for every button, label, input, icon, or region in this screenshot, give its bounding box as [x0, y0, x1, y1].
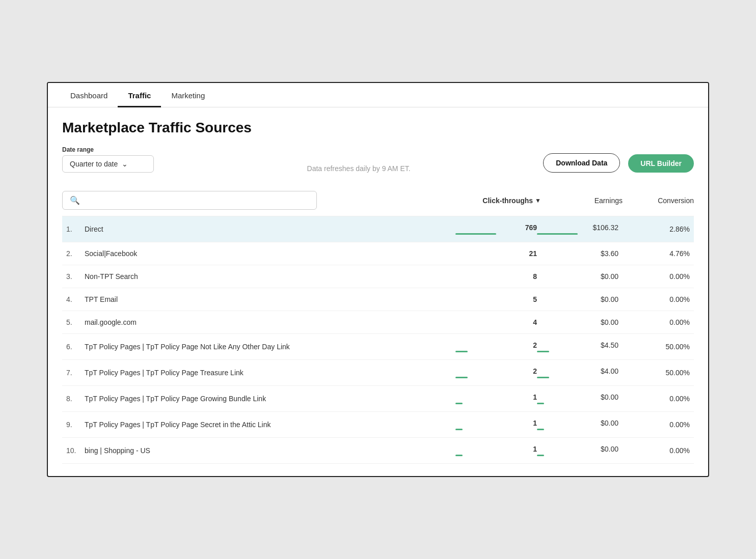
bar-indicator	[537, 377, 549, 378]
table-row: 8. TpT Policy Pages | TpT Policy Page Gr…	[62, 386, 694, 412]
table-row: 7. TpT Policy Pages | TpT Policy Page Tr…	[62, 360, 694, 386]
row-rank: 9.	[66, 421, 85, 429]
row-conversion: 0.00%	[618, 272, 690, 281]
page-title: Marketplace Traffic Sources	[62, 120, 694, 136]
row-clickthroughs: 1	[455, 419, 537, 430]
row-earnings: $4.50	[537, 341, 618, 352]
bar-indicator	[455, 455, 463, 456]
row-earnings: $0.00	[537, 445, 618, 456]
row-rank: 1.	[66, 225, 85, 233]
row-name: TpT Policy Pages | TpT Policy Page Secre…	[85, 421, 455, 429]
row-name: TpT Policy Pages | TpT Policy Page Growi…	[85, 395, 455, 403]
table-rows: 1. Direct 769 $106.32 2.86% 2. Social|Fa…	[62, 216, 694, 464]
row-name: TPT Email	[85, 295, 455, 303]
table-row: 4. TPT Email 5 $0.00 0.00%	[62, 288, 694, 311]
row-rank: 3.	[66, 272, 85, 281]
col-header-clickthroughs[interactable]: Click-throughs ▼	[460, 197, 541, 205]
date-range-group: Date range Quarter to date ⌄	[62, 146, 154, 173]
traffic-table: 🔍 Click-throughs ▼ Earnings Conversion 1…	[62, 187, 694, 464]
tab-marketing[interactable]: Marketing	[161, 83, 215, 107]
row-conversion: 0.00%	[618, 395, 690, 403]
row-earnings: $106.32	[537, 223, 618, 235]
tab-traffic[interactable]: Traffic	[118, 83, 161, 107]
row-name: mail.google.com	[85, 318, 455, 326]
row-rank: 2.	[66, 249, 85, 258]
row-clickthroughs: 769	[455, 223, 537, 235]
row-clickthroughs: 8	[455, 272, 537, 281]
row-rank: 5.	[66, 318, 85, 326]
row-rank: 10.	[66, 446, 85, 455]
row-earnings: $0.00	[537, 419, 618, 430]
bar-indicator	[455, 377, 468, 378]
bar-indicator	[537, 403, 544, 404]
row-earnings: $4.00	[537, 367, 618, 378]
col-header-earnings[interactable]: Earnings	[541, 197, 623, 205]
search-box[interactable]: 🔍	[62, 191, 317, 210]
search-icon: 🔍	[70, 195, 80, 205]
row-clickthroughs: 5	[455, 295, 537, 303]
page-content: Marketplace Traffic Sources Date range Q…	[48, 107, 708, 476]
row-clickthroughs: 21	[455, 249, 537, 258]
table-row: 5. mail.google.com 4 $0.00 0.00%	[62, 311, 694, 334]
row-conversion: 50.00%	[618, 369, 690, 377]
row-earnings: $0.00	[537, 295, 618, 303]
row-clickthroughs: 2	[455, 367, 537, 378]
row-conversion: 4.76%	[618, 249, 690, 258]
row-clickthroughs: 1	[455, 393, 537, 404]
col-header-conversion[interactable]: Conversion	[623, 197, 694, 205]
chevron-down-icon: ⌄	[122, 160, 128, 168]
bar-indicator	[537, 351, 549, 352]
date-range-value: Quarter to date	[70, 160, 118, 168]
refresh-text: Data refreshes daily by 9 AM ET.	[182, 164, 535, 173]
row-clickthroughs: 2	[455, 341, 537, 352]
bar-indicator	[455, 351, 468, 352]
row-rank: 7.	[66, 369, 85, 377]
url-builder-button[interactable]: URL Builder	[628, 154, 694, 173]
search-input[interactable]	[84, 197, 309, 205]
bar-indicator	[537, 233, 578, 235]
row-conversion: 0.00%	[618, 318, 690, 326]
table-row: 9. TpT Policy Pages | TpT Policy Page Se…	[62, 412, 694, 438]
row-clickthroughs: 1	[455, 445, 537, 456]
row-earnings: $0.00	[537, 272, 618, 281]
row-clickthroughs: 4	[455, 318, 537, 326]
bar-indicator	[455, 403, 463, 404]
row-conversion: 2.86%	[618, 225, 690, 233]
tab-dashboard[interactable]: Dashboard	[60, 83, 118, 107]
row-name: Non-TPT Search	[85, 272, 455, 281]
table-row: 1. Direct 769 $106.32 2.86%	[62, 216, 694, 242]
row-name: Direct	[85, 225, 455, 233]
table-header-row: 🔍 Click-throughs ▼ Earnings Conversion	[62, 187, 694, 216]
table-row: 6. TpT Policy Pages | TpT Policy Page No…	[62, 334, 694, 360]
row-name: Social|Facebook	[85, 249, 455, 258]
bar-indicator	[537, 455, 544, 456]
row-earnings: $0.00	[537, 393, 618, 404]
row-name: TpT Policy Pages | TpT Policy Page Treas…	[85, 369, 455, 377]
bar-indicator	[455, 233, 496, 235]
date-range-select[interactable]: Quarter to date ⌄	[62, 155, 154, 173]
row-name: TpT Policy Pages | TpT Policy Page Not L…	[85, 343, 455, 351]
row-conversion: 50.00%	[618, 343, 690, 351]
main-window: Dashboard Traffic Marketing Marketplace …	[47, 82, 709, 477]
controls-row: Date range Quarter to date ⌄ Data refres…	[62, 146, 694, 173]
row-rank: 8.	[66, 395, 85, 403]
bar-indicator	[455, 429, 463, 430]
col-headers: Click-throughs ▼ Earnings Conversion	[460, 197, 694, 205]
row-conversion: 0.00%	[618, 446, 690, 455]
date-range-label: Date range	[62, 146, 154, 153]
row-conversion: 0.00%	[618, 421, 690, 429]
table-row: 2. Social|Facebook 21 $3.60 4.76%	[62, 242, 694, 265]
sort-chevron-icon: ▼	[535, 197, 541, 204]
row-earnings: $0.00	[537, 318, 618, 326]
table-row: 3. Non-TPT Search 8 $0.00 0.00%	[62, 265, 694, 288]
row-conversion: 0.00%	[618, 295, 690, 303]
row-name: bing | Shopping - US	[85, 446, 455, 455]
row-earnings: $3.60	[537, 249, 618, 258]
table-row: 10. bing | Shopping - US 1 $0.00 0.00%	[62, 438, 694, 464]
download-data-button[interactable]: Download Data	[543, 153, 620, 173]
tabs-bar: Dashboard Traffic Marketing	[48, 83, 708, 107]
row-rank: 4.	[66, 295, 85, 303]
row-rank: 6.	[66, 343, 85, 351]
bar-indicator	[537, 429, 544, 430]
